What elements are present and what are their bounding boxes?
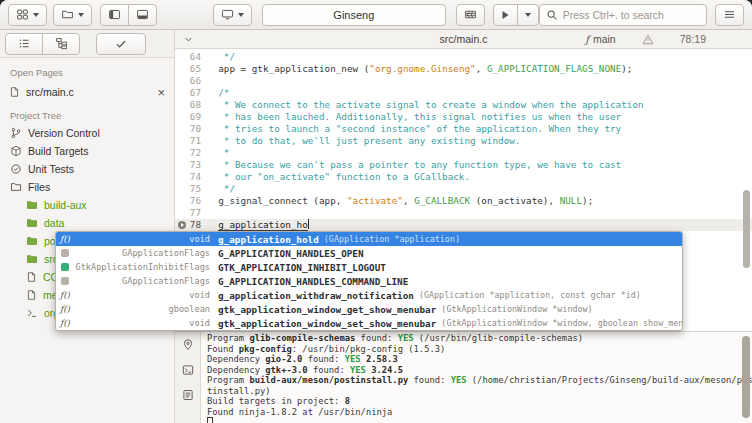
code-text[interactable]: app = gtk_application_new ("org.gnome.Gi… [205,63,632,75]
log-segment: Found ninja-1.8.2 at /usr/bin/ninja [207,407,392,417]
line-number[interactable]: 71 [175,135,205,147]
completion-item[interactable]: ƒ()voidg_application_withdraw_notificati… [56,288,682,302]
tree-item-unit-tests[interactable]: Unit Tests [0,160,174,178]
panel-tab-strip [175,332,201,423]
toggle-bottom-panel-button[interactable] [128,4,157,26]
branch-icon [10,127,22,139]
tree-item-label: Build Targets [28,145,89,157]
panel-scrollbar[interactable] [742,336,750,418]
list-view-button[interactable] [5,33,43,55]
code-text[interactable]: * our "on_activate" function to a GCallb… [205,171,470,183]
code-text[interactable]: * tries to launch a "second instance" of… [205,123,621,135]
tree-item-build-aux[interactable]: build-aux [0,196,174,214]
global-search-input[interactable]: Press Ctrl+. to search [539,4,707,26]
tree-item-files[interactable]: Files [0,178,174,196]
omnibar[interactable]: Ginseng [262,4,446,26]
log-segment: 3.24.5 [371,365,403,375]
completion-item[interactable]: GApplicationFlagsG_APPLICATION_HANDLES_O… [56,246,682,260]
build-output-log[interactable]: Program glib-compile-schemas found: YES … [201,332,752,423]
app-menu-button[interactable] [715,4,744,26]
line-number[interactable]: 66 [175,75,205,87]
code-segment: g_signal_connect (app, [207,195,347,206]
todo-check-button[interactable] [96,33,146,55]
close-icon[interactable]: × [157,86,165,99]
code-text[interactable]: * to do that, we'll just present any exi… [205,135,520,147]
messages-tab[interactable] [182,338,194,351]
completion-params: (GtkApplicationWindow *window) [436,304,592,314]
completion-name: gtk_application_window_get_show_menubar [218,304,436,315]
run-button[interactable] [493,4,518,26]
terminal-cursor [207,417,213,423]
surface-switcher-button[interactable] [8,4,47,26]
line-number[interactable]: 67 [175,87,205,99]
log-segment: (/usr/bin/glib-compile-schemas) [414,333,583,343]
open-page-item[interactable]: src/main.c × [0,81,174,103]
log-line: Found pkg-config: /usr/bin/pkg-config (1… [207,344,752,355]
line-number[interactable]: 78 [175,219,205,231]
log-segment: YES [398,333,414,343]
code-text[interactable]: /* [205,87,229,99]
sidebar-view-switcher [5,33,80,55]
line-number[interactable]: 64 [175,51,205,63]
log-line: Dependency gtk+-3.0 found: YES 3.24.5 [207,365,752,376]
function-glyph: ƒ() [60,318,70,328]
enum-icon [56,249,74,257]
function-icon: ƒ() [56,290,74,300]
code-segment: , [403,195,414,206]
run-options-button[interactable] [517,4,539,26]
function-glyph: ƒ() [60,290,70,300]
code-line: 71 * to do that, we'll just present any … [175,135,752,147]
code-text[interactable] [205,75,207,87]
toggle-left-panel-button[interactable] [100,4,129,26]
line-number[interactable]: 72 [175,147,205,159]
completion-item[interactable]: ƒ()gbooleangtk_application_window_get_sh… [56,302,682,316]
folder-green-icon [26,199,38,211]
project-tree-label: Project Tree [0,103,174,124]
folder-green-icon [26,217,38,229]
line-number[interactable]: 73 [175,159,205,171]
log-segment: glib-compile-schemas [249,333,355,343]
tree-view-button[interactable] [42,33,80,55]
code-text[interactable]: g_signal_connect (app, "activate", G_CAL… [205,195,593,207]
line-number[interactable]: 76 [175,195,205,207]
editor-status-cluster: ƒ main 78:19 [585,33,706,45]
device-selector-button[interactable] [213,4,252,26]
log-segment: 8 [345,396,350,406]
open-button[interactable] [53,4,92,26]
line-number[interactable]: 69 [175,111,205,123]
code-line: 64 */ [175,51,752,63]
warning-icon[interactable] [642,34,654,45]
terminal-tab[interactable] [182,364,194,376]
tree-item-data[interactable]: data [0,214,174,232]
line-number[interactable]: 68 [175,99,205,111]
line-number[interactable]: 70 [175,123,205,135]
completion-type: gboolean [74,304,210,314]
code-text[interactable]: * Because we can't pass a pointer to any… [205,159,621,171]
logs-tab[interactable] [182,389,194,401]
completion-item[interactable]: GApplicationFlagsG_APPLICATION_HANDLES_C… [56,274,682,288]
log-segment: Dependency [207,354,265,364]
line-number[interactable]: 74 [175,171,205,183]
code-text[interactable]: */ [205,183,235,195]
code-segment: G_CALLBACK [414,195,470,206]
code-text[interactable]: g_application_ho [205,219,309,231]
line-number[interactable]: 65 [175,63,205,75]
code-text[interactable]: * has been lauched. Additionally, this s… [205,111,621,123]
tree-item-build-targets[interactable]: Build Targets [0,142,174,160]
code-text[interactable]: * We connect to the activate signal to c… [205,99,644,111]
current-symbol[interactable]: ƒ main [585,33,615,45]
line-number[interactable]: 75 [175,183,205,195]
editor-scrollbar[interactable] [743,190,750,268]
code-text[interactable]: * [205,147,229,159]
completion-item[interactable]: ƒ()voidgtk_application_window_set_show_m… [56,316,682,330]
code-segment: */ [207,51,235,62]
code-text[interactable] [205,207,207,219]
code-text[interactable]: */ [205,51,235,63]
log-segment: (/home/christian/Projects/Ginseng/build-… [467,375,752,385]
code-segment: "activate" [347,195,403,206]
line-number[interactable]: 77 [175,207,205,219]
build-button[interactable] [456,4,485,26]
completion-item[interactable]: ƒ()voidg_application_hold (GApplication … [56,232,682,246]
completion-item[interactable]: GtkApplicationInhibitFlagsGTK_APPLICATIO… [56,260,682,274]
tree-item-version-control[interactable]: Version Control [0,124,174,142]
